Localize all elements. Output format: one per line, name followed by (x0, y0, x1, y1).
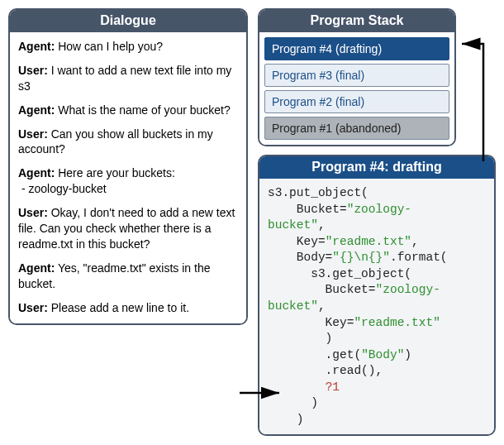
dialogue-body: Agent: How can I help you? User: I want … (10, 32, 246, 323)
code-placeholder: ?1 (326, 380, 340, 394)
turn-text: Okay, I don't need to add a new text fil… (18, 206, 235, 251)
code-line: , (411, 235, 419, 248)
speaker-label: User: (18, 127, 48, 141)
code-string: "readme.txt" (326, 235, 411, 248)
speaker-label: Agent: (18, 103, 55, 117)
dialogue-turn: Agent: Yes, "readme.txt" exists in the b… (18, 261, 238, 292)
dialogue-turn: User: I want to add a new text file into… (18, 63, 238, 94)
dialogue-title: Dialogue (10, 10, 246, 32)
code-string: "{}\n{}" (332, 251, 390, 264)
dialogue-turn: User: Okay, I don't need to add a new te… (18, 205, 238, 252)
speaker-label: Agent: (18, 40, 55, 53)
turn-text: Please add a new line to it. (51, 301, 189, 314)
dialogue-turn: User: Can you show all buckets in my acc… (18, 127, 238, 158)
code-line (268, 380, 326, 394)
turn-text: What is the name of your bucket? (58, 103, 231, 117)
code-line: .get( (268, 348, 361, 361)
program-stack-title: Program Stack (259, 10, 454, 32)
code-string: "readme.txt" (354, 316, 440, 329)
code-string: "zoology- (347, 203, 411, 216)
turn-text: Can you show all buckets in my account? (18, 127, 213, 156)
code-line: Bucket= (268, 203, 347, 216)
code-line: .format( (390, 251, 448, 264)
code-string: bucket" (268, 299, 318, 313)
code-line: ) (268, 332, 332, 345)
speaker-label: Agent: (18, 166, 55, 179)
speaker-label: User: (18, 206, 48, 219)
code-string: "zoology- (376, 283, 440, 296)
speaker-label: Agent: (18, 261, 55, 275)
code-body: s3.put_object( Bucket="zoology- bucket",… (259, 179, 494, 434)
code-line: Key= (268, 235, 326, 248)
dialogue-turn: Agent: What is the name of your bucket? (18, 103, 238, 118)
dialogue-turn: User: Please add a new line to it. (18, 300, 238, 316)
speaker-label: User: (18, 64, 48, 77)
code-line: .read(), (268, 364, 383, 377)
stack-item-4[interactable]: Program #4 (drafting) (264, 37, 449, 60)
code-line: Key= (268, 316, 354, 329)
speaker-label: User: (18, 301, 48, 314)
code-string: bucket" (268, 218, 318, 232)
code-line: ) (404, 348, 411, 361)
code-line: , (318, 218, 326, 232)
dialogue-turn: Agent: How can I help you? (18, 39, 238, 55)
stack-item-3[interactable]: Program #3 (final) (264, 64, 449, 87)
code-line: s3.put_object( (268, 186, 368, 199)
code-line: Body= (268, 251, 332, 264)
bucket-list-item: - zoology-bucket (21, 181, 238, 197)
code-line: ) (268, 413, 304, 426)
turn-text: How can I help you? (58, 40, 163, 53)
turn-text: Here are your buckets: (58, 166, 175, 179)
code-string: "Body" (361, 348, 404, 361)
stack-item-2[interactable]: Program #2 (final) (264, 90, 449, 113)
code-line: s3.get_object( (268, 267, 411, 280)
dialogue-panel: Dialogue Agent: How can I help you? User… (8, 8, 248, 325)
stack-item-1[interactable]: Program #1 (abandoned) (264, 117, 449, 140)
code-line: ) (268, 396, 318, 409)
code-line: , (318, 299, 326, 313)
dialogue-turn: Agent: Here are your buckets: - zoology-… (18, 165, 238, 197)
turn-text: I want to add a new text file into my s3 (18, 64, 231, 93)
program-editor-panel: Program #4: drafting s3.put_object( Buck… (258, 155, 496, 436)
code-line: Bucket= (268, 283, 376, 296)
program-stack-panel: Program Stack Program #4 (drafting) Prog… (258, 8, 456, 146)
program-editor-title: Program #4: drafting (259, 156, 494, 179)
program-stack-body: Program #4 (drafting) Program #3 (final)… (259, 32, 454, 145)
